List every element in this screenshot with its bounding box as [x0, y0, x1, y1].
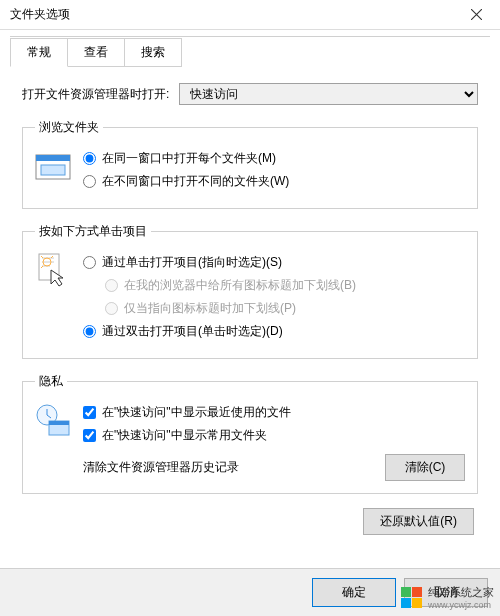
tabs: 常规 查看 搜索 — [10, 38, 490, 67]
check-recent-files-label: 在"快速访问"中显示最近使用的文件 — [102, 404, 291, 421]
pointer-icon — [35, 252, 71, 288]
radio-same-window-label: 在同一窗口中打开每个文件夹(M) — [102, 150, 276, 167]
watermark: 纯净系统之家 www.ycwjz.com — [400, 585, 494, 610]
radio-double-click-label: 通过双击打开项目(单击时选定)(D) — [102, 323, 283, 340]
clock-folder-icon — [35, 402, 71, 438]
tab-search[interactable]: 搜索 — [124, 38, 182, 67]
radio-underline-point-input — [105, 302, 118, 315]
radio-underline-all: 在我的浏览器中给所有图标标题加下划线(B) — [105, 277, 465, 294]
restore-row: 还原默认值(R) — [22, 508, 478, 535]
radio-double-click-input[interactable] — [83, 325, 96, 338]
watermark-url: www.ycwjz.com — [428, 600, 494, 610]
open-explorer-label: 打开文件资源管理器时打开: — [22, 86, 169, 103]
window-title: 文件夹选项 — [10, 6, 70, 23]
titlebar: 文件夹选项 — [0, 0, 500, 30]
radio-single-click[interactable]: 通过单击打开项目(指向时选定)(S) — [83, 254, 465, 271]
radio-diff-window-label: 在不同窗口中打开不同的文件夹(W) — [102, 173, 289, 190]
check-recent-files-input[interactable] — [83, 406, 96, 419]
radio-diff-window-input[interactable] — [83, 175, 96, 188]
check-frequent-folders[interactable]: 在"快速访问"中显示常用文件夹 — [83, 427, 465, 444]
content: 打开文件资源管理器时打开: 快速访问 浏览文件夹 在同一窗口中打开每个文件夹(M… — [0, 67, 500, 545]
browse-folders-group: 浏览文件夹 在同一窗口中打开每个文件夹(M) 在不同窗口中打开不同的文件夹(W) — [22, 119, 478, 209]
clear-history-label: 清除文件资源管理器历史记录 — [83, 459, 239, 476]
radio-double-click[interactable]: 通过双击打开项目(单击时选定)(D) — [83, 323, 465, 340]
radio-single-click-label: 通过单击打开项目(指向时选定)(S) — [102, 254, 282, 271]
radio-same-window-input[interactable] — [83, 152, 96, 165]
svg-rect-7 — [49, 421, 69, 425]
check-frequent-folders-input[interactable] — [83, 429, 96, 442]
tab-general[interactable]: 常规 — [10, 38, 68, 67]
check-recent-files[interactable]: 在"快速访问"中显示最近使用的文件 — [83, 404, 465, 421]
radio-diff-window[interactable]: 在不同窗口中打开不同的文件夹(W) — [83, 173, 465, 190]
watermark-name: 纯净系统之家 — [428, 585, 494, 600]
radio-underline-all-input — [105, 279, 118, 292]
close-button[interactable] — [460, 4, 492, 26]
folder-window-icon — [35, 148, 71, 184]
browse-legend: 浏览文件夹 — [35, 119, 103, 136]
radio-underline-point-label: 仅当指向图标标题时加下划线(P) — [124, 300, 296, 317]
radio-underline-all-label: 在我的浏览器中给所有图标标题加下划线(B) — [124, 277, 356, 294]
radio-same-window[interactable]: 在同一窗口中打开每个文件夹(M) — [83, 150, 465, 167]
watermark-logo-icon — [400, 587, 422, 609]
open-explorer-row: 打开文件资源管理器时打开: 快速访问 — [22, 83, 478, 105]
close-icon — [471, 9, 482, 20]
clear-history-row: 清除文件资源管理器历史记录 清除(C) — [83, 454, 465, 481]
click-legend: 按如下方式单击项目 — [35, 223, 151, 240]
restore-defaults-button[interactable]: 还原默认值(R) — [363, 508, 474, 535]
privacy-legend: 隐私 — [35, 373, 67, 390]
clear-button[interactable]: 清除(C) — [385, 454, 465, 481]
ok-button[interactable]: 确定 — [312, 578, 396, 607]
radio-underline-point: 仅当指向图标标题时加下划线(P) — [105, 300, 465, 317]
click-items-group: 按如下方式单击项目 通过单击打开项目(指向时选定)(S) 在我的浏览器中给所有图… — [22, 223, 478, 359]
svg-rect-2 — [41, 165, 65, 175]
open-explorer-select[interactable]: 快速访问 — [179, 83, 478, 105]
check-frequent-folders-label: 在"快速访问"中显示常用文件夹 — [102, 427, 267, 444]
svg-rect-1 — [36, 155, 70, 161]
tab-underline — [10, 36, 490, 37]
radio-single-click-input[interactable] — [83, 256, 96, 269]
tab-view[interactable]: 查看 — [67, 38, 125, 67]
privacy-group: 隐私 在"快速访问"中显示最近使用的文件 在"快速访问"中显示常用文件夹 清除文… — [22, 373, 478, 494]
